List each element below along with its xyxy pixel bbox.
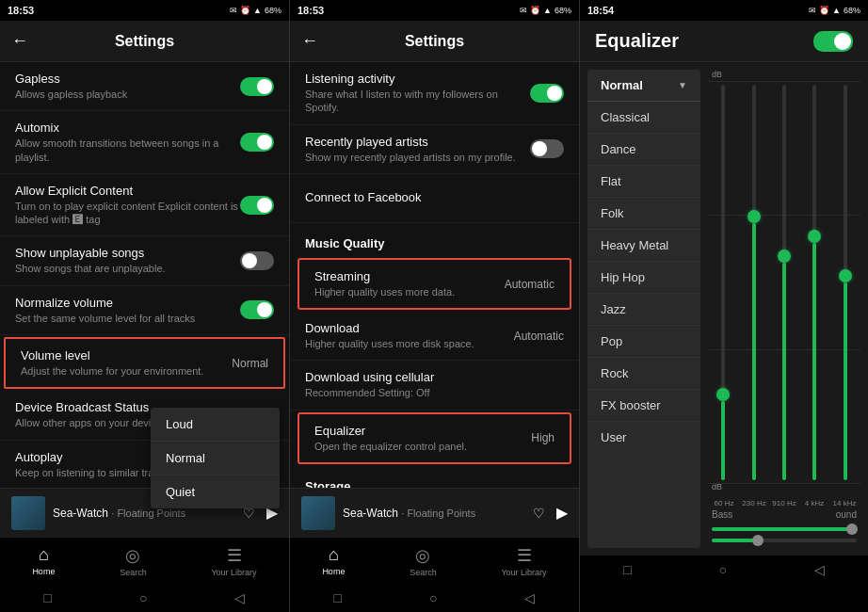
sys-back-1[interactable]: ◁ (234, 590, 245, 605)
preset-rock[interactable]: Rock (587, 358, 700, 390)
nav-search-label-2: Search (410, 568, 437, 577)
eq-chart: dB (700, 62, 868, 556)
volume-level-value: Normal (232, 357, 268, 370)
preset-hip-hop[interactable]: Hip Hop (587, 262, 700, 294)
time-1: 18:53 (8, 5, 34, 16)
settings-list-2: Listening activity Share what I listen t… (290, 62, 579, 488)
alarm-icon-2: ⏰ (530, 6, 540, 15)
slider-14khz[interactable] (834, 85, 857, 480)
preset-heavy-metal[interactable]: Heavy Metal (587, 230, 700, 262)
nav-library-label-1: Your Library (211, 568, 256, 577)
dropdown-loud[interactable]: Loud (151, 408, 280, 442)
nav-search-2[interactable]: ◎ Search (410, 545, 437, 577)
dropdown-quiet[interactable]: Quiet (151, 475, 280, 508)
track-title-2: Sea-Watch · Floating Points (343, 507, 525, 520)
alarm-icon-3: ⏰ (819, 6, 829, 15)
nav-library-1[interactable]: ☰ Your Library (211, 545, 256, 577)
setting-listening[interactable]: Listening activity Share what I listen t… (290, 62, 579, 125)
setting-unplayable[interactable]: Show unplayable songs Show songs that ar… (0, 236, 289, 285)
toggle-gapless[interactable] (240, 77, 274, 96)
preset-classical[interactable]: Classical (587, 102, 700, 134)
eq-toggle[interactable] (813, 31, 853, 52)
slider-track-60hz[interactable] (721, 85, 725, 480)
preset-dance[interactable]: Dance (587, 134, 700, 166)
heart-button-2[interactable]: ♡ (533, 506, 545, 521)
bass-treble-labels: Bass ound (708, 507, 860, 523)
toggle-explicit[interactable] (240, 196, 274, 215)
slider-fill-230hz (752, 223, 756, 480)
sys-nav-3: □ ○ ◁ (580, 556, 868, 584)
home-icon-2: ⌂ (329, 545, 339, 565)
horiz-slider-2[interactable] (712, 539, 857, 542)
preset-user[interactable]: User (587, 422, 700, 453)
slider-track-910hz[interactable] (782, 85, 786, 480)
back-button-2[interactable]: ← (301, 31, 318, 51)
slider-track-14khz[interactable] (844, 85, 847, 480)
sys-circle-1[interactable]: ○ (139, 590, 147, 605)
setting-recent-artists[interactable]: Recently played artists Show my recently… (290, 125, 579, 174)
slider-4khz[interactable] (803, 85, 826, 480)
sys-back-2[interactable]: ◁ (524, 590, 535, 605)
dropdown-normal[interactable]: Normal (151, 442, 280, 475)
toggle-unplayable[interactable] (240, 251, 274, 270)
slider-knob-910hz (778, 250, 791, 263)
preset-flat[interactable]: Flat (587, 166, 700, 198)
preset-folk[interactable]: Folk (587, 198, 700, 230)
preset-pop[interactable]: Pop (587, 326, 700, 358)
header-title-1: Settings (115, 33, 174, 50)
nav-library-2[interactable]: ☰ Your Library (501, 545, 546, 577)
preset-fx-booster[interactable]: FX booster (587, 390, 700, 422)
horiz-fill-2 (712, 539, 755, 542)
toggle-listening[interactable] (530, 84, 564, 103)
sys-square-3[interactable]: □ (623, 562, 631, 577)
sys-back-3[interactable]: ◁ (814, 562, 825, 577)
sys-square-1[interactable]: □ (44, 590, 52, 605)
slider-60hz[interactable] (712, 85, 734, 480)
horiz-knob-2 (752, 535, 764, 546)
dropdown-arrow: ▼ (678, 80, 687, 90)
preset-jazz[interactable]: Jazz (587, 294, 700, 326)
status-bar-1: 18:53 ✉ ⏰ ▲ 68% (0, 0, 289, 21)
eq-header: Equalizer (580, 21, 868, 62)
wifi-icon-3: ▲ (832, 6, 841, 15)
nav-home-1[interactable]: ⌂ Home (32, 545, 55, 576)
freq-14khz: 14 kHz (832, 499, 857, 507)
sys-circle-3[interactable]: ○ (719, 562, 727, 577)
toggle-automix[interactable] (240, 133, 274, 152)
back-button-1[interactable]: ← (11, 31, 28, 51)
setting-download[interactable]: Download Higher quality uses more disk s… (290, 312, 579, 361)
setting-streaming[interactable]: Streaming Higher quality uses more data.… (297, 258, 571, 310)
horiz-slider-1[interactable] (712, 527, 857, 531)
sys-square-2[interactable]: □ (334, 590, 342, 605)
setting-explicit[interactable]: Allow Explicit Content Turn on to play e… (0, 174, 289, 237)
freq-230hz: 230 Hz (742, 499, 766, 507)
nav-search-1[interactable]: ◎ Search (120, 545, 147, 577)
eq-horiz-sliders (708, 523, 860, 548)
header-1: ← Settings (0, 21, 289, 62)
setting-volume-level[interactable]: Volume level Adjust the volume for your … (4, 337, 285, 389)
slider-track-230hz[interactable] (752, 85, 756, 480)
library-icon-2: ☰ (517, 545, 532, 566)
slider-track-4khz[interactable] (812, 85, 816, 480)
setting-download-cellular[interactable]: Download using cellular Recommended Sett… (290, 361, 579, 410)
setting-facebook[interactable]: Connect to Facebook (290, 174, 579, 223)
nav-home-label-1: Home (32, 567, 55, 576)
setting-gapless[interactable]: Gapless Allows gapless playback (0, 62, 289, 111)
toggle-recent[interactable] (530, 139, 564, 158)
status-bar-3: 18:54 ✉ ⏰ ▲ 68% (580, 0, 868, 21)
sys-nav-2: □ ○ ◁ (290, 584, 579, 612)
toggle-normalize[interactable] (240, 300, 274, 319)
setting-equalizer[interactable]: Equalizer Open the equalizer control pan… (297, 412, 571, 464)
nav-home-2[interactable]: ⌂ Home (322, 545, 345, 576)
slider-910hz[interactable] (773, 85, 796, 480)
slider-knob-14khz (839, 269, 852, 282)
freq-910hz: 910 Hz (772, 499, 796, 507)
sys-circle-2[interactable]: ○ (429, 590, 437, 605)
eq-freq-labels: 60 Hz 230 Hz 910 Hz 4 kHz 14 kHz (708, 499, 860, 507)
play-button-2[interactable]: ▶ (556, 504, 568, 522)
setting-automix[interactable]: Automix Allow smooth transitions between… (0, 111, 289, 174)
slider-230hz[interactable] (742, 85, 764, 480)
nav-search-label-1: Search (120, 568, 147, 577)
volume-dropdown: Loud Normal Quiet (151, 408, 280, 508)
setting-normalize[interactable]: Normalize volume Set the same volume lev… (0, 286, 289, 335)
